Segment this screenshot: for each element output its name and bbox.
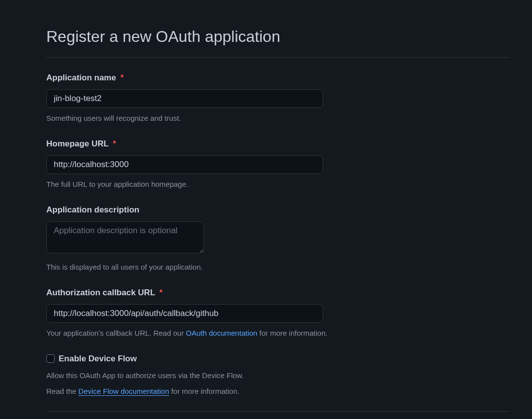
device-flow-help-suffix: for more information. (169, 387, 239, 395)
callback-help-suffix: for more information. (257, 329, 328, 337)
device-flow-documentation-link[interactable]: Device Flow documentation (78, 387, 169, 395)
app-name-input[interactable] (46, 89, 323, 108)
device-flow-checkbox[interactable] (46, 354, 55, 363)
homepage-url-label-text: Homepage URL (46, 139, 108, 148)
homepage-url-help: The full URL to your application homepag… (46, 179, 509, 190)
app-description-label-text: Application description (46, 205, 139, 214)
device-flow-help-1: Allow this OAuth App to authorize users … (46, 370, 509, 382)
app-description-help: This is displayed to all users of your a… (46, 262, 509, 273)
callback-url-label-text: Authorization callback URL (46, 288, 155, 297)
app-name-label: Application name * (46, 71, 509, 84)
device-flow-row: Enable Device Flow (46, 352, 509, 365)
homepage-url-group: Homepage URL * The full URL to your appl… (46, 138, 509, 190)
required-star-icon: * (159, 288, 163, 297)
header-divider (46, 57, 509, 58)
device-flow-label: Enable Device Flow (59, 352, 137, 365)
footer-divider (46, 411, 509, 412)
callback-url-input[interactable] (46, 304, 323, 323)
callback-url-help: Your application's callback URL. Read ou… (46, 328, 509, 339)
app-description-label: Application description (46, 204, 509, 216)
required-star-icon: * (120, 73, 124, 82)
page-title: Register a new OAuth application (46, 25, 509, 48)
app-name-help: Something users will recognize and trust… (46, 113, 509, 124)
callback-help-prefix: Your application's callback URL. Read ou… (46, 329, 186, 337)
app-description-textarea[interactable] (46, 221, 204, 253)
homepage-url-label: Homepage URL * (46, 138, 509, 150)
required-star-icon: * (113, 139, 116, 148)
device-flow-help-2: Read the Device Flow documentation for m… (46, 386, 509, 397)
homepage-url-input[interactable] (46, 155, 323, 174)
app-description-group: Application description This is displaye… (46, 204, 509, 273)
oauth-documentation-link[interactable]: OAuth documentation (186, 329, 257, 337)
device-flow-group: Enable Device Flow Allow this OAuth App … (46, 352, 509, 397)
app-name-label-text: Application name (46, 73, 116, 82)
device-flow-help-prefix: Read the (46, 387, 78, 395)
app-name-group: Application name * Something users will … (46, 71, 509, 124)
callback-url-group: Authorization callback URL * Your applic… (46, 286, 509, 339)
callback-url-label: Authorization callback URL * (46, 286, 509, 299)
